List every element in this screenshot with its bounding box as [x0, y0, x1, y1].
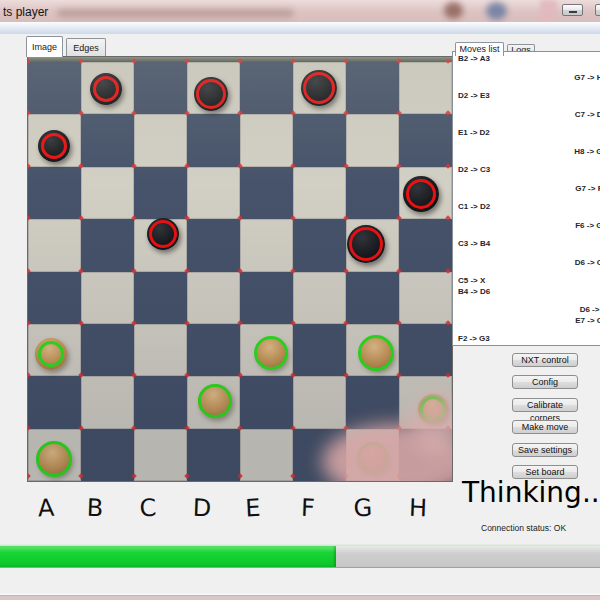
board-square — [187, 272, 240, 324]
board-square — [293, 219, 346, 271]
board-square — [28, 167, 81, 219]
move-entry[interactable]: G7 -> H6 — [458, 73, 600, 84]
board-square — [293, 272, 346, 324]
board-square — [399, 114, 452, 166]
detection-ring-A6 — [38, 341, 64, 367]
board-square — [293, 376, 346, 428]
detection-ring-C4 — [149, 220, 177, 248]
column-label-E: E — [236, 493, 269, 523]
titlebar-glass-blur — [58, 9, 293, 17]
tab-moves-list[interactable]: Moves list — [455, 42, 504, 56]
board-square — [240, 219, 293, 271]
progress-bar — [0, 546, 600, 568]
detection-ring-A2 — [41, 133, 67, 159]
titlebar-blur-band — [540, 0, 557, 22]
bottom-strip — [0, 595, 600, 600]
move-entry[interactable]: E1 -> D2 — [458, 128, 600, 139]
detection-ring-F1 — [303, 72, 335, 104]
tab-edges[interactable]: Edges — [66, 38, 106, 57]
board-square — [240, 376, 293, 428]
board-square — [81, 324, 134, 376]
board-square — [187, 167, 240, 219]
board-square — [293, 324, 346, 376]
maximize-button-partial[interactable] — [595, 4, 600, 16]
board-square — [81, 376, 134, 428]
save-settings-button[interactable]: Save settings — [512, 443, 578, 457]
board-square — [293, 167, 346, 219]
move-entry[interactable]: F6 -> G5 — [458, 221, 600, 232]
column-label-B: B — [79, 493, 112, 522]
board-square — [240, 272, 293, 324]
board-square — [346, 272, 399, 324]
board-square — [240, 114, 293, 166]
board-square — [346, 62, 399, 114]
detection-ring-G4 — [349, 227, 383, 261]
board-square — [81, 429, 134, 481]
menu-strip — [0, 22, 600, 34]
make-move-button[interactable]: Make move — [512, 420, 578, 434]
board-square — [399, 324, 452, 376]
board-square — [134, 376, 187, 428]
board-square — [134, 114, 187, 166]
board-square — [134, 324, 187, 376]
board-square — [187, 114, 240, 166]
detection-ring-G6 — [358, 335, 394, 371]
board-photo — [28, 57, 452, 481]
detection-ring-D7 — [198, 384, 232, 418]
minimize-button[interactable] — [562, 4, 583, 16]
board-square — [134, 429, 187, 481]
move-entry[interactable]: C1 -> D2 — [458, 202, 600, 213]
board-square — [240, 62, 293, 114]
column-label-C: C — [131, 493, 164, 523]
column-label-G: G — [346, 493, 379, 523]
move-entry[interactable]: F2 -> G3 — [458, 334, 600, 345]
detection-ring-E6 — [254, 336, 288, 370]
board-square — [346, 167, 399, 219]
board-square — [187, 324, 240, 376]
board-square — [399, 62, 452, 114]
board-square — [81, 219, 134, 271]
board-frame — [27, 56, 453, 482]
config-button[interactable]: Config — [512, 375, 578, 389]
board-square — [134, 272, 187, 324]
move-entry[interactable]: G7 -> F6 — [458, 184, 600, 195]
progress-fill — [0, 546, 336, 567]
board-square — [81, 167, 134, 219]
move-entry[interactable]: D6 -> XE7 -> C5 — [458, 305, 600, 326]
window-title: ts player — [3, 5, 48, 19]
move-entry[interactable]: C7 -> D6 — [458, 110, 600, 121]
titlebar-blur-blob — [486, 2, 507, 20]
board-square — [134, 62, 187, 114]
detection-ring-A8 — [36, 441, 72, 477]
nxt-control-button[interactable]: NXT control — [512, 353, 578, 367]
board-square — [28, 272, 81, 324]
board-square — [81, 272, 134, 324]
detection-ring-H3 — [406, 179, 436, 209]
board-square — [240, 167, 293, 219]
move-entry[interactable]: D2 -> C3 — [458, 165, 600, 176]
window-titlebar: ts player — [0, 0, 600, 22]
column-label-A: A — [29, 493, 62, 523]
move-entry[interactable]: H8 -> G7 — [458, 147, 600, 158]
column-labels: ABCDEFGH — [0, 494, 460, 528]
column-label-F: F — [292, 493, 325, 522]
column-label-D: D — [186, 493, 219, 522]
move-entry[interactable]: D6 -> C5 — [458, 258, 600, 269]
board-square — [134, 167, 187, 219]
board-square — [399, 219, 452, 271]
board-square — [240, 429, 293, 481]
titlebar-blur-blob — [444, 2, 463, 19]
detection-ring-D1 — [196, 79, 226, 109]
thinking-text: Thinking... — [462, 476, 600, 509]
moves-list[interactable]: B2 -> A3G7 -> H6D2 -> E3C7 -> D6E1 -> D2… — [452, 51, 600, 346]
board-square — [81, 114, 134, 166]
move-entry[interactable]: D2 -> E3 — [458, 91, 600, 102]
board-square — [28, 62, 81, 114]
tab-image[interactable]: Image — [26, 36, 63, 57]
move-entry[interactable]: C5 -> XB4 -> D6 — [458, 276, 600, 297]
board-square — [28, 219, 81, 271]
move-entry[interactable]: C3 -> B4 — [458, 239, 600, 250]
calibrate-corners-button[interactable]: Calibrate corners — [512, 398, 578, 412]
column-label-H: H — [402, 493, 435, 522]
detection-ring-B1 — [93, 76, 119, 102]
